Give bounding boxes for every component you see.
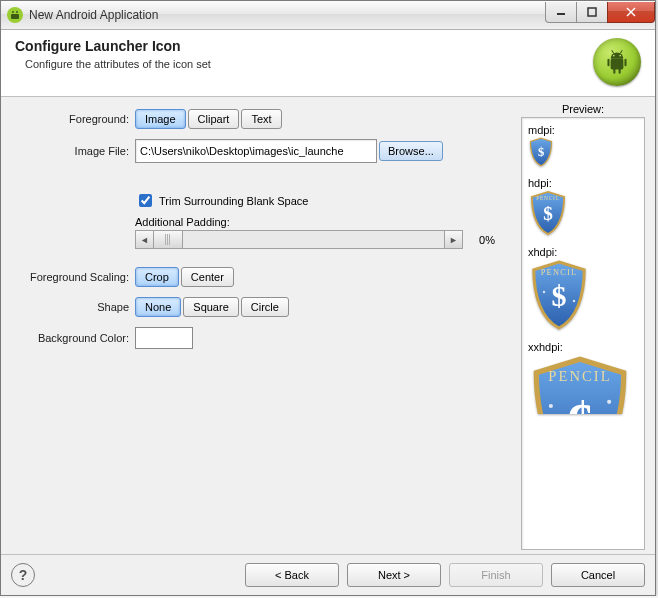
- preview-hdpi: hdpi: PENCIL $: [528, 175, 638, 236]
- wizard-body: Foreground: Image Clipart Text Image Fil…: [1, 97, 655, 554]
- image-file-label: Image File:: [11, 145, 135, 157]
- svg-rect-5: [588, 8, 596, 16]
- form-area: Foreground: Image Clipart Text Image Fil…: [11, 103, 515, 550]
- padding-slider-row: ◄ ► 0%: [135, 230, 495, 249]
- dialog-window: New Android Application Configure Launch…: [0, 0, 656, 596]
- foreground-row: Foreground: Image Clipart Text: [11, 109, 511, 129]
- svg-point-13: [613, 55, 615, 57]
- back-button[interactable]: < Back: [245, 563, 339, 587]
- preview-xhdpi-label: xhdpi:: [528, 246, 557, 258]
- shape-circle-button[interactable]: Circle: [241, 297, 289, 317]
- next-button[interactable]: Next >: [347, 563, 441, 587]
- preview-xxhdpi: xxhdpi: PENCIL ¢: [528, 339, 638, 414]
- trim-checkbox-row[interactable]: Trim Surrounding Blank Space: [135, 191, 511, 210]
- svg-point-21: [573, 300, 575, 302]
- foreground-image-button[interactable]: Image: [135, 109, 186, 129]
- trim-label: Trim Surrounding Blank Space: [159, 195, 308, 207]
- svg-rect-10: [624, 59, 626, 66]
- svg-point-20: [543, 291, 545, 293]
- svg-point-2: [12, 11, 14, 13]
- additional-padding-label: Additional Padding:: [135, 216, 511, 228]
- shield-icon: PENCIL ¢: [528, 354, 632, 414]
- wizard-header: Configure Launcher Icon Configure the at…: [1, 30, 655, 97]
- android-header-icon: [593, 38, 641, 86]
- image-file-row: Image File: Browse...: [11, 139, 511, 163]
- bgcolor-row: Background Color:: [11, 327, 511, 349]
- svg-text:$: $: [552, 279, 567, 312]
- preview-mdpi: mdpi: $: [528, 122, 638, 167]
- svg-text:$: $: [543, 203, 553, 224]
- image-file-input[interactable]: [135, 139, 377, 163]
- trim-checkbox[interactable]: [139, 194, 152, 207]
- wizard-footer: ? < Back Next > Finish Cancel: [1, 554, 655, 595]
- titlebar: New Android Application: [1, 1, 655, 30]
- padding-scrollbar[interactable]: ◄ ►: [135, 230, 463, 249]
- scaling-row: Foreground Scaling: Crop Center: [11, 267, 511, 287]
- finish-button: Finish: [449, 563, 543, 587]
- shape-none-button[interactable]: None: [135, 297, 181, 317]
- svg-point-14: [619, 55, 621, 57]
- svg-rect-8: [611, 59, 624, 70]
- shield-text: PENCIL: [541, 268, 578, 277]
- bgcolor-swatch[interactable]: [135, 327, 193, 349]
- shape-row: Shape None Square Circle: [11, 297, 511, 317]
- foreground-toggle-group: Image Clipart Text: [135, 109, 282, 129]
- scroll-thumb[interactable]: [154, 231, 183, 248]
- shield-icon: PENCIL $: [528, 190, 568, 236]
- shield-icon: PENCIL $: [528, 259, 590, 331]
- preview-box: mdpi: $ hdpi: PENCIL $ xh: [521, 117, 645, 550]
- shape-square-button[interactable]: Square: [183, 297, 238, 317]
- preview-title: Preview:: [521, 103, 645, 115]
- scaling-center-button[interactable]: Center: [181, 267, 234, 287]
- foreground-label: Foreground:: [11, 113, 135, 125]
- svg-point-24: [607, 400, 611, 404]
- svg-line-15: [612, 50, 614, 53]
- svg-line-16: [620, 50, 622, 53]
- svg-rect-11: [613, 68, 615, 73]
- wizard-subtitle: Configure the attributes of the icon set: [15, 58, 211, 70]
- maximize-button[interactable]: [576, 2, 608, 23]
- shield-icon: $: [528, 137, 554, 167]
- foreground-text-button[interactable]: Text: [241, 109, 281, 129]
- svg-point-23: [549, 404, 553, 408]
- cancel-button[interactable]: Cancel: [551, 563, 645, 587]
- window-title: New Android Application: [29, 8, 546, 22]
- preview-xxhdpi-label: xxhdpi:: [528, 341, 563, 353]
- android-app-icon: [7, 7, 23, 23]
- shield-text: PENCIL: [536, 195, 559, 201]
- svg-rect-9: [607, 59, 609, 66]
- minimize-button[interactable]: [545, 2, 577, 23]
- foreground-clipart-button[interactable]: Clipart: [188, 109, 240, 129]
- svg-point-3: [16, 11, 18, 13]
- bgcolor-label: Background Color:: [11, 332, 135, 344]
- preview-xhdpi: xhdpi: PENCIL $: [528, 244, 638, 331]
- preview-area: Preview: mdpi: $ hdpi: PENCIL $: [521, 103, 645, 550]
- svg-rect-12: [619, 68, 621, 73]
- preview-hdpi-label: hdpi:: [528, 177, 552, 189]
- padding-value: 0%: [469, 234, 495, 246]
- close-button[interactable]: [607, 2, 655, 23]
- shape-label: Shape: [11, 301, 135, 313]
- svg-text:$: $: [538, 145, 544, 159]
- scroll-left-arrow[interactable]: ◄: [136, 231, 154, 248]
- scroll-right-arrow[interactable]: ►: [444, 231, 462, 248]
- svg-text:¢: ¢: [567, 389, 593, 414]
- preview-mdpi-label: mdpi:: [528, 124, 555, 136]
- shape-toggle-group: None Square Circle: [135, 297, 289, 317]
- scaling-toggle-group: Crop Center: [135, 267, 234, 287]
- scaling-crop-button[interactable]: Crop: [135, 267, 179, 287]
- shield-text: PENCIL: [548, 368, 611, 384]
- padding-block: Trim Surrounding Blank Space Additional …: [135, 191, 511, 249]
- help-button[interactable]: ?: [11, 563, 35, 587]
- svg-rect-1: [11, 14, 19, 19]
- browse-button[interactable]: Browse...: [379, 141, 443, 161]
- scaling-label: Foreground Scaling:: [11, 271, 135, 283]
- wizard-title: Configure Launcher Icon: [15, 38, 211, 54]
- window-controls: [546, 2, 655, 22]
